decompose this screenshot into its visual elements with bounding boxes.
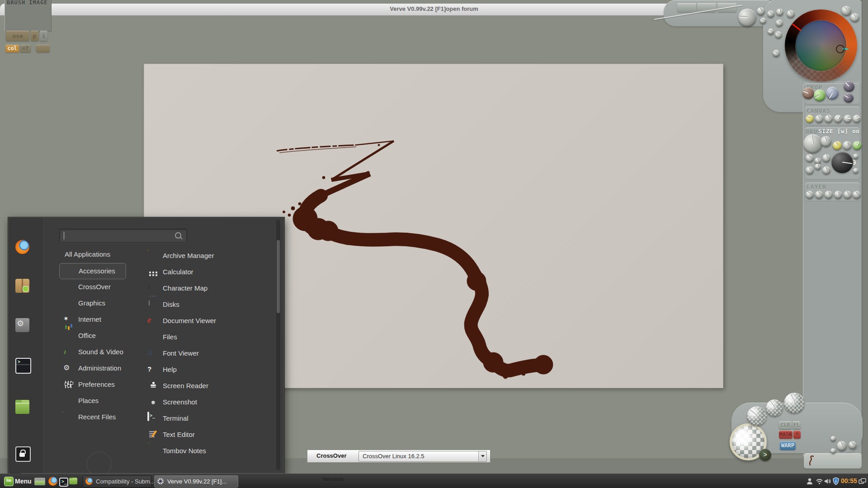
knob[interactable] — [757, 7, 765, 15]
search-box[interactable] — [59, 229, 187, 243]
menu-app-archive-manager[interactable]: Archive Manager — [136, 248, 258, 263]
knob[interactable] — [815, 158, 821, 164]
sidebar-files-icon[interactable] — [15, 400, 29, 414]
menu-category-crossover[interactable]: CrossOver — [59, 279, 125, 295]
brush-p-button[interactable]: p — [31, 31, 38, 41]
knob[interactable] — [830, 448, 836, 454]
menu-app-terminal[interactable]: Terminal — [136, 411, 258, 426]
knob[interactable] — [784, 393, 805, 413]
menu-category-accessories[interactable]: Accessories — [59, 263, 126, 279]
menu-app-screenshot[interactable]: Screenshot — [136, 394, 258, 410]
mask-button[interactable]: MASK — [779, 431, 793, 439]
update-shield-icon[interactable]: i — [832, 477, 840, 485]
sidebar-system-settings-icon[interactable] — [15, 318, 29, 332]
brush-image-blank-button[interactable] — [36, 45, 50, 52]
knob[interactable] — [806, 166, 814, 174]
knob[interactable] — [766, 399, 783, 417]
taskbar-window-verve[interactable]: Verve V0.99v.22 [F1]... — [154, 475, 238, 488]
fl-button[interactable]: FL — [793, 421, 801, 429]
knob[interactable] — [833, 141, 842, 150]
workspace-switcher-icon[interactable] — [859, 478, 866, 484]
knob[interactable] — [738, 9, 756, 27]
clr-button[interactable]: CLR — [779, 421, 792, 429]
color-selector[interactable] — [836, 45, 844, 53]
volume-icon[interactable] — [824, 478, 832, 484]
knob[interactable] — [834, 115, 842, 123]
knob[interactable] — [831, 151, 853, 173]
knob[interactable] — [853, 168, 859, 174]
knob[interactable] — [844, 191, 852, 199]
toolbar-button-1[interactable] — [677, 3, 696, 12]
knob[interactable] — [767, 10, 774, 18]
sidebar-lock-screen-icon[interactable] — [15, 446, 31, 462]
knob[interactable] — [841, 6, 851, 16]
firefox-launcher-icon[interactable] — [48, 477, 57, 486]
menu-category-graphics[interactable]: Graphics — [59, 296, 125, 311]
mask-star-button[interactable]: * — [793, 431, 801, 439]
go-button[interactable]: > — [759, 449, 771, 461]
knob[interactable] — [815, 115, 823, 123]
version-dropdown[interactable]: CrossOver Linux 16.2.5 — [359, 451, 487, 462]
knob[interactable] — [834, 191, 842, 199]
knob[interactable] — [844, 81, 854, 92]
knob[interactable] — [776, 9, 783, 16]
knob[interactable] — [776, 19, 783, 27]
knob[interactable] — [844, 93, 854, 103]
knob[interactable] — [825, 115, 833, 123]
knob[interactable] — [849, 441, 857, 449]
knob[interactable] — [803, 134, 822, 153]
menu-button[interactable]: Menu — [2, 475, 33, 488]
scrollbar-thumb[interactable] — [277, 240, 280, 313]
menu-category-all-applications[interactable]: All Applications — [59, 247, 125, 262]
knob[interactable] — [830, 436, 836, 441]
knob[interactable] — [853, 154, 859, 159]
user-icon[interactable] — [806, 478, 813, 485]
sidebar-terminal-icon[interactable] — [15, 358, 31, 374]
menu-category-administration[interactable]: Administration — [59, 361, 125, 376]
clock[interactable]: 00:55 — [841, 477, 857, 484]
menu-app-document-viewer[interactable]: Document Viewer — [136, 313, 258, 328]
knob[interactable] — [815, 191, 823, 199]
menu-category-places[interactable]: Places — [59, 393, 125, 408]
knob[interactable] — [760, 18, 766, 24]
knob[interactable] — [826, 87, 839, 99]
knob[interactable] — [853, 191, 861, 199]
menu-app-tombov-notes[interactable]: Tombov Notes — [136, 443, 258, 459]
dropdown-arrow-icon[interactable] — [478, 451, 486, 461]
terminal-launcher-icon[interactable] — [59, 478, 68, 487]
wifi-icon[interactable] — [816, 478, 823, 484]
menu-app-files[interactable]: Files — [136, 329, 258, 345]
brush-eq-button[interactable]: =? — [20, 45, 31, 52]
taskbar-window-compatibility[interactable]: Compatibility - Subm... — [83, 475, 151, 488]
menu-scrollbar[interactable] — [276, 220, 280, 470]
search-input[interactable] — [63, 230, 174, 241]
brush-col-button[interactable]: col — [5, 45, 19, 52]
knob[interactable] — [850, 13, 859, 22]
knob[interactable] — [822, 166, 830, 174]
menu-app-disks[interactable]: Disks — [136, 297, 258, 312]
menu-app-calculator[interactable]: Calculator — [136, 264, 258, 280]
menu-category-recent-files[interactable]: Recent Files — [59, 409, 125, 425]
knob[interactable] — [768, 28, 774, 35]
knob[interactable] — [815, 164, 821, 170]
knob[interactable] — [837, 441, 847, 451]
menu-category-office[interactable]: Office — [59, 328, 125, 343]
color-wheel[interactable] — [785, 9, 857, 82]
knob[interactable] — [814, 89, 826, 101]
sidebar-firefox-icon[interactable] — [15, 240, 29, 254]
show-desktop-icon[interactable] — [34, 478, 45, 485]
knob[interactable] — [821, 136, 831, 147]
knob[interactable] — [802, 87, 814, 99]
brush-i-button[interactable]: i — [40, 31, 47, 41]
menu-app-text-editor[interactable]: Text Editor — [136, 427, 258, 442]
warp-button[interactable]: WARP — [780, 441, 796, 450]
menu-category-preferences[interactable]: Preferences — [59, 377, 125, 392]
menu-app-screen-reader[interactable]: Screen Reader — [136, 378, 258, 394]
brush-use-button[interactable]: use — [6, 31, 29, 41]
menu-app-help[interactable]: Help — [136, 362, 258, 377]
knob[interactable] — [773, 50, 780, 57]
menu-category-internet[interactable]: Internet — [59, 312, 125, 327]
menu-app-character-map[interactable]: Character Map — [136, 281, 258, 296]
knob[interactable] — [843, 141, 852, 150]
knob[interactable] — [747, 406, 767, 426]
